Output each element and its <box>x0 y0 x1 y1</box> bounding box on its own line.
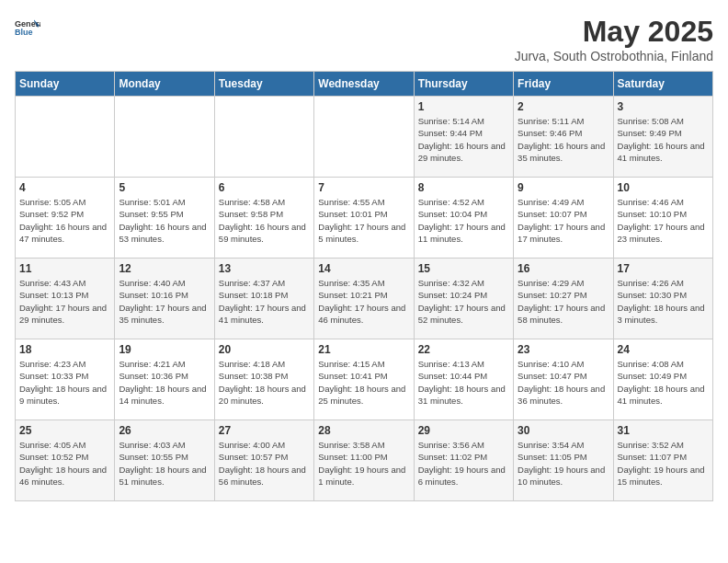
month-title: May 2025 <box>515 15 713 49</box>
day-info: Sunrise: 4:37 AMSunset: 10:18 PMDaylight… <box>219 277 310 326</box>
calendar-cell: 17Sunrise: 4:26 AMSunset: 10:30 PMDaylig… <box>613 259 712 339</box>
day-info: Sunrise: 4:26 AMSunset: 10:30 PMDaylight… <box>618 277 709 326</box>
calendar-cell: 10Sunrise: 4:46 AMSunset: 10:10 PMDaylig… <box>613 178 712 259</box>
calendar-cell: 1Sunrise: 5:14 AMSunset: 9:44 PMDaylight… <box>414 97 513 178</box>
day-number: 29 <box>418 424 509 437</box>
day-number: 20 <box>219 343 310 356</box>
day-info: Sunrise: 4:58 AMSunset: 9:58 PMDaylight:… <box>219 196 310 245</box>
day-number: 1 <box>418 100 509 113</box>
day-number: 27 <box>219 424 310 437</box>
day-number: 25 <box>19 424 110 437</box>
day-number: 14 <box>318 262 409 275</box>
calendar-cell: 21Sunrise: 4:15 AMSunset: 10:41 PMDaylig… <box>314 339 414 420</box>
day-number: 23 <box>518 343 609 356</box>
calendar-week-row: 4Sunrise: 5:05 AMSunset: 9:52 PMDaylight… <box>16 178 713 259</box>
calendar-cell: 4Sunrise: 5:05 AMSunset: 9:52 PMDaylight… <box>16 178 115 259</box>
calendar-cell: 2Sunrise: 5:11 AMSunset: 9:46 PMDaylight… <box>514 97 613 178</box>
calendar-cell: 29Sunrise: 3:56 AMSunset: 11:02 PMDaylig… <box>414 420 513 501</box>
calendar-week-row: 18Sunrise: 4:23 AMSunset: 10:33 PMDaylig… <box>16 339 713 420</box>
day-info: Sunrise: 3:52 AMSunset: 11:07 PMDaylight… <box>618 439 709 488</box>
page-header: General Blue May 2025 Jurva, South Ostro… <box>15 15 713 63</box>
day-info: Sunrise: 5:11 AMSunset: 9:46 PMDaylight:… <box>518 115 609 164</box>
calendar-cell <box>214 97 313 178</box>
day-info: Sunrise: 4:00 AMSunset: 10:57 PMDaylight… <box>219 439 310 488</box>
calendar-cell: 15Sunrise: 4:32 AMSunset: 10:24 PMDaylig… <box>414 259 513 339</box>
day-number: 21 <box>318 343 409 356</box>
day-number: 13 <box>219 262 310 275</box>
day-info: Sunrise: 4:10 AMSunset: 10:47 PMDaylight… <box>518 358 609 407</box>
day-info: Sunrise: 4:08 AMSunset: 10:49 PMDaylight… <box>618 358 709 407</box>
calendar-cell <box>314 97 414 178</box>
day-info: Sunrise: 4:32 AMSunset: 10:24 PMDaylight… <box>418 277 509 326</box>
calendar-cell: 22Sunrise: 4:13 AMSunset: 10:44 PMDaylig… <box>414 339 513 420</box>
day-number: 30 <box>518 424 609 437</box>
day-info: Sunrise: 4:15 AMSunset: 10:41 PMDaylight… <box>318 358 409 407</box>
day-info: Sunrise: 5:14 AMSunset: 9:44 PMDaylight:… <box>418 115 509 164</box>
calendar-cell: 6Sunrise: 4:58 AMSunset: 9:58 PMDaylight… <box>214 178 313 259</box>
calendar-cell: 16Sunrise: 4:29 AMSunset: 10:27 PMDaylig… <box>514 259 613 339</box>
day-number: 19 <box>119 343 210 356</box>
day-number: 12 <box>119 262 210 275</box>
day-info: Sunrise: 5:08 AMSunset: 9:49 PMDaylight:… <box>618 115 709 164</box>
day-number: 5 <box>119 181 210 194</box>
day-number: 28 <box>318 424 409 437</box>
day-number: 4 <box>19 181 110 194</box>
day-number: 15 <box>418 262 509 275</box>
weekday-header-wednesday: Wednesday <box>314 72 414 97</box>
calendar-cell: 27Sunrise: 4:00 AMSunset: 10:57 PMDaylig… <box>214 420 313 501</box>
calendar-week-row: 11Sunrise: 4:43 AMSunset: 10:13 PMDaylig… <box>16 259 713 339</box>
day-number: 7 <box>318 181 409 194</box>
calendar-cell: 19Sunrise: 4:21 AMSunset: 10:36 PMDaylig… <box>115 339 214 420</box>
day-info: Sunrise: 4:46 AMSunset: 10:10 PMDaylight… <box>618 196 709 245</box>
day-number: 3 <box>618 100 709 113</box>
calendar-week-row: 1Sunrise: 5:14 AMSunset: 9:44 PMDaylight… <box>16 97 713 178</box>
calendar-cell: 8Sunrise: 4:52 AMSunset: 10:04 PMDayligh… <box>414 178 513 259</box>
weekday-header-row: SundayMondayTuesdayWednesdayThursdayFrid… <box>16 72 713 97</box>
day-info: Sunrise: 4:40 AMSunset: 10:16 PMDaylight… <box>119 277 210 326</box>
calendar-cell: 26Sunrise: 4:03 AMSunset: 10:55 PMDaylig… <box>115 420 214 501</box>
calendar-week-row: 25Sunrise: 4:05 AMSunset: 10:52 PMDaylig… <box>16 420 713 501</box>
calendar-cell: 31Sunrise: 3:52 AMSunset: 11:07 PMDaylig… <box>613 420 712 501</box>
svg-text:Blue: Blue <box>15 28 33 37</box>
weekday-header-tuesday: Tuesday <box>214 72 313 97</box>
day-info: Sunrise: 4:29 AMSunset: 10:27 PMDaylight… <box>518 277 609 326</box>
weekday-header-saturday: Saturday <box>613 72 712 97</box>
calendar-cell: 11Sunrise: 4:43 AMSunset: 10:13 PMDaylig… <box>16 259 115 339</box>
calendar-cell: 28Sunrise: 3:58 AMSunset: 11:00 PMDaylig… <box>314 420 414 501</box>
day-number: 16 <box>518 262 609 275</box>
calendar-cell: 14Sunrise: 4:35 AMSunset: 10:21 PMDaylig… <box>314 259 414 339</box>
day-info: Sunrise: 3:56 AMSunset: 11:02 PMDaylight… <box>418 439 509 488</box>
logo: General Blue <box>15 15 40 40</box>
weekday-header-sunday: Sunday <box>16 72 115 97</box>
calendar-cell <box>115 97 214 178</box>
title-block: May 2025 Jurva, South Ostrobothnia, Finl… <box>515 15 713 63</box>
day-info: Sunrise: 4:43 AMSunset: 10:13 PMDaylight… <box>19 277 110 326</box>
calendar-cell: 5Sunrise: 5:01 AMSunset: 9:55 PMDaylight… <box>115 178 214 259</box>
day-info: Sunrise: 5:01 AMSunset: 9:55 PMDaylight:… <box>119 196 210 245</box>
day-info: Sunrise: 4:03 AMSunset: 10:55 PMDaylight… <box>119 439 210 488</box>
day-number: 6 <box>219 181 310 194</box>
calendar-cell: 9Sunrise: 4:49 AMSunset: 10:07 PMDayligh… <box>514 178 613 259</box>
day-info: Sunrise: 5:05 AMSunset: 9:52 PMDaylight:… <box>19 196 110 245</box>
day-info: Sunrise: 4:21 AMSunset: 10:36 PMDaylight… <box>119 358 210 407</box>
weekday-header-thursday: Thursday <box>414 72 513 97</box>
weekday-header-monday: Monday <box>115 72 214 97</box>
day-number: 22 <box>418 343 509 356</box>
calendar-cell: 20Sunrise: 4:18 AMSunset: 10:38 PMDaylig… <box>214 339 313 420</box>
day-number: 2 <box>518 100 609 113</box>
calendar-cell: 25Sunrise: 4:05 AMSunset: 10:52 PMDaylig… <box>16 420 115 501</box>
day-info: Sunrise: 4:18 AMSunset: 10:38 PMDaylight… <box>219 358 310 407</box>
calendar-cell: 13Sunrise: 4:37 AMSunset: 10:18 PMDaylig… <box>214 259 313 339</box>
day-info: Sunrise: 3:54 AMSunset: 11:05 PMDaylight… <box>518 439 609 488</box>
day-info: Sunrise: 4:13 AMSunset: 10:44 PMDaylight… <box>418 358 509 407</box>
day-number: 31 <box>618 424 709 437</box>
location-title: Jurva, South Ostrobothnia, Finland <box>515 49 713 63</box>
day-info: Sunrise: 4:05 AMSunset: 10:52 PMDaylight… <box>19 439 110 488</box>
day-info: Sunrise: 4:49 AMSunset: 10:07 PMDaylight… <box>518 196 609 245</box>
day-number: 18 <box>19 343 110 356</box>
calendar-cell: 3Sunrise: 5:08 AMSunset: 9:49 PMDaylight… <box>613 97 712 178</box>
day-number: 9 <box>518 181 609 194</box>
day-number: 10 <box>618 181 709 194</box>
day-number: 11 <box>19 262 110 275</box>
day-number: 8 <box>418 181 509 194</box>
